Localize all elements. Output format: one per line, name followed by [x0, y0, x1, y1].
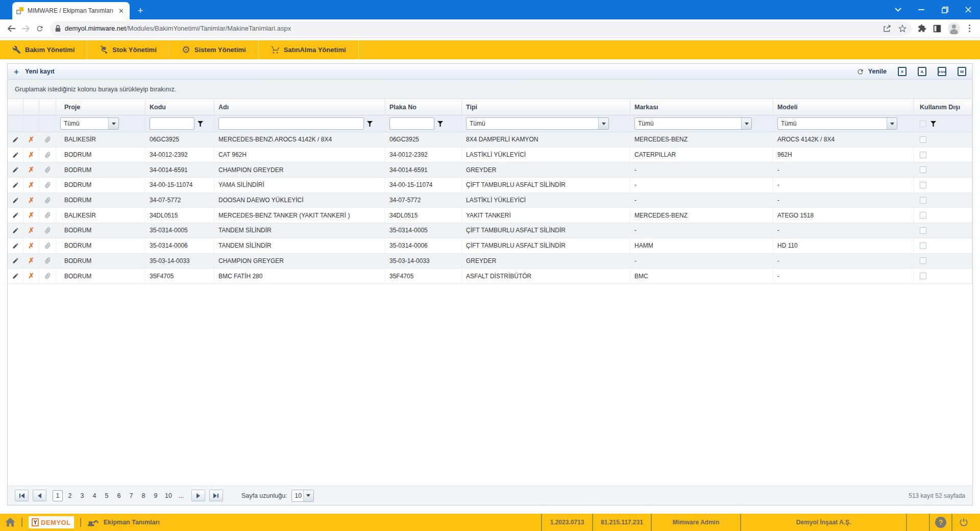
table-row[interactable]: ✗ BODRUM 34-07-5772 DOOSAN DAEWO YÜKLEYİ…	[8, 193, 972, 208]
table-row[interactable]: ✗ BODRUM 35-03-14-0033 CHAMPION GREYGER …	[8, 254, 972, 269]
forward-icon[interactable]	[18, 21, 33, 36]
attachment-paperclip-icon[interactable]	[39, 254, 56, 269]
bookmark-star-icon[interactable]	[898, 25, 906, 33]
attachment-paperclip-icon[interactable]	[39, 238, 56, 253]
filter-funnel-icon[interactable]	[930, 121, 936, 127]
column-header-markasi[interactable]: Markası	[630, 99, 773, 115]
edit-pencil-icon[interactable]	[8, 178, 23, 192]
table-row[interactable]: ✗ BODRUM 34-0012-2392 CAT 962H 34-0012-2…	[8, 148, 972, 163]
edit-pencil-icon[interactable]	[8, 223, 23, 238]
row-checkbox[interactable]	[920, 227, 926, 234]
column-header-kodu[interactable]: Kodu	[145, 99, 214, 115]
attachment-paperclip-icon[interactable]	[39, 208, 56, 223]
row-checkbox[interactable]	[920, 136, 926, 143]
table-row[interactable]: ✗ BODRUM 34-00-15-11074 YAMA SİLİNDİRİ 3…	[8, 178, 972, 193]
help-icon[interactable]: ?	[935, 517, 946, 528]
table-row[interactable]: ✗ BODRUM 35-0314-0006 TANDEM SİLİNDİR 35…	[8, 238, 972, 254]
tab-close-icon[interactable]: ✕	[117, 7, 126, 15]
reload-icon[interactable]	[33, 21, 47, 36]
row-checkbox[interactable]	[920, 182, 926, 188]
filter-funnel-icon[interactable]	[198, 121, 203, 127]
row-checkbox[interactable]	[920, 166, 926, 173]
delete-x-icon[interactable]: ✗	[23, 208, 39, 223]
edit-pencil-icon[interactable]	[8, 162, 23, 177]
row-checkbox[interactable]	[920, 273, 926, 279]
pager-page-10[interactable]: 10	[163, 490, 174, 501]
edit-pencil-icon[interactable]	[8, 132, 23, 147]
delete-x-icon[interactable]: ✗	[23, 148, 39, 162]
url-bar[interactable]: demyol.mimware.net/Modules/BakimYonetimi…	[50, 21, 912, 36]
column-header-adi[interactable]: Adı	[214, 99, 385, 115]
delete-x-icon[interactable]: ✗	[23, 193, 39, 208]
pager-page-5[interactable]: 5	[102, 490, 112, 501]
delete-x-icon[interactable]: ✗	[23, 132, 39, 147]
pager-last-button[interactable]	[209, 490, 223, 501]
filter-modeli-select[interactable]: Tümü	[777, 117, 897, 130]
table-row[interactable]: ✗ BALIKESİR 06GC3925 MERCEDES-BENZ\ AROC…	[8, 132, 972, 148]
delete-x-icon[interactable]: ✗	[23, 269, 39, 283]
column-header-proje[interactable]: Proje	[56, 99, 145, 115]
delete-x-icon[interactable]: ✗	[23, 254, 39, 269]
attachment-paperclip-icon[interactable]	[39, 269, 56, 283]
share-icon[interactable]	[883, 25, 891, 32]
edit-pencil-icon[interactable]	[8, 148, 23, 162]
home-icon[interactable]	[5, 518, 15, 527]
attachment-paperclip-icon[interactable]	[39, 148, 56, 162]
edit-pencil-icon[interactable]	[8, 269, 23, 283]
edit-pencil-icon[interactable]	[8, 254, 23, 269]
window-minimize-icon[interactable]	[910, 0, 933, 19]
filter-adi-input[interactable]	[218, 117, 364, 130]
chrome-chevron-down-icon[interactable]	[886, 0, 910, 19]
edit-pencil-icon[interactable]	[8, 238, 23, 253]
pager-page-1[interactable]: 1	[53, 490, 63, 501]
menu-satinalma-yonetimi[interactable]: SatınAlma Yönetimi	[259, 40, 359, 59]
browser-tab[interactable]: MIMWARE / Ekipman Tanımları ✕	[12, 2, 130, 19]
delete-x-icon[interactable]: ✗	[23, 223, 39, 238]
export-xls-icon[interactable]: X	[898, 67, 906, 76]
attachment-paperclip-icon[interactable]	[39, 223, 56, 238]
export-csv-icon[interactable]: csv	[938, 67, 946, 76]
column-header-plaka-no[interactable]: Plaka No	[385, 99, 462, 115]
row-checkbox[interactable]	[920, 243, 926, 249]
pager-page-2[interactable]: 2	[65, 490, 75, 501]
edit-pencil-icon[interactable]	[8, 208, 23, 223]
export-doc-icon[interactable]: W	[958, 67, 966, 76]
pager-page-3[interactable]: 3	[77, 490, 87, 501]
filter-markasi-select[interactable]: Tümü	[634, 117, 752, 130]
filter-kodu-input[interactable]	[150, 117, 194, 130]
side-panel-icon[interactable]	[933, 25, 941, 33]
menu-sistem-yonetimi[interactable]: ⚙ Sistem Yönetimi	[169, 40, 259, 59]
pager-next-button[interactable]	[191, 490, 205, 501]
logout-power-icon[interactable]	[951, 514, 975, 531]
column-header-kullanim-disi[interactable]: Kullanım Dışı	[914, 99, 972, 115]
page-size-select[interactable]: 10	[291, 490, 314, 502]
new-record-button[interactable]: + Yeni kayıt	[14, 67, 55, 76]
menu-stok-yonetimi[interactable]: Stok Yönetimi	[87, 40, 169, 59]
pager-first-button[interactable]	[15, 490, 29, 501]
profile-avatar[interactable]	[948, 22, 960, 35]
filter-kullanim-disi-checkbox[interactable]	[920, 120, 926, 127]
attachment-paperclip-icon[interactable]	[39, 162, 56, 177]
window-close-icon[interactable]	[957, 0, 980, 19]
table-row[interactable]: ✗ BODRUM 35-0314-0005 TANDEM SİLİNDİR 35…	[8, 223, 972, 238]
delete-x-icon[interactable]: ✗	[23, 178, 39, 192]
export-pdf-icon[interactable]: A	[918, 67, 926, 76]
new-tab-button[interactable]: +	[134, 4, 147, 17]
filter-funnel-icon[interactable]	[367, 121, 373, 127]
row-checkbox[interactable]	[920, 212, 926, 219]
filter-plaka-input[interactable]	[389, 117, 434, 130]
delete-x-icon[interactable]: ✗	[23, 238, 39, 253]
group-by-area[interactable]: Gruplamak istediğiniz kolonu buraya sürü…	[8, 80, 972, 99]
window-restore-icon[interactable]	[933, 0, 957, 19]
menu-bakim-yonetimi[interactable]: Bakım Yönetimi	[0, 40, 87, 59]
attachment-paperclip-icon[interactable]	[39, 178, 56, 192]
delete-x-icon[interactable]: ✗	[23, 162, 39, 177]
row-checkbox[interactable]	[920, 257, 926, 264]
pager-page-4[interactable]: 4	[89, 490, 100, 501]
extensions-puzzle-icon[interactable]	[918, 24, 926, 33]
attachment-paperclip-icon[interactable]	[39, 193, 56, 208]
filter-tipi-select[interactable]: Tümü	[466, 117, 609, 130]
edit-pencil-icon[interactable]	[8, 193, 23, 208]
table-row[interactable]: ✗ BODRUM 34-0014-6591 CHAMPION GREYDER 3…	[8, 162, 972, 178]
row-checkbox[interactable]	[920, 197, 926, 204]
